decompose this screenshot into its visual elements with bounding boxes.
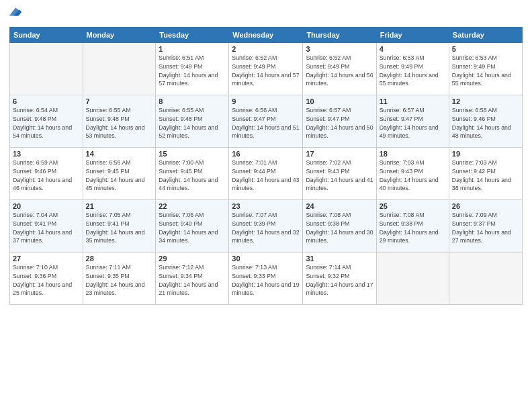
calendar-cell: 26Sunrise: 7:09 AMSunset: 9:37 PMDayligh… (449, 200, 522, 253)
day-number: 24 (306, 202, 373, 210)
calendar-cell: 6Sunrise: 6:54 AMSunset: 9:48 PMDaylight… (10, 95, 83, 148)
day-number: 11 (380, 97, 446, 105)
day-info: Sunrise: 7:06 AMSunset: 9:40 PMDaylight:… (159, 211, 226, 245)
calendar-cell: 12Sunrise: 6:58 AMSunset: 9:46 PMDayligh… (449, 95, 522, 148)
col-header-monday: Monday (83, 28, 156, 43)
calendar-week-row: 20Sunrise: 7:04 AMSunset: 9:41 PMDayligh… (10, 200, 523, 253)
calendar-cell: 19Sunrise: 7:03 AMSunset: 9:42 PMDayligh… (449, 148, 522, 200)
day-number: 10 (306, 97, 373, 105)
day-info: Sunrise: 6:56 AMSunset: 9:47 PMDaylight:… (232, 106, 300, 140)
day-number: 5 (452, 45, 519, 53)
calendar-cell (10, 43, 83, 95)
calendar-cell: 31Sunrise: 7:14 AMSunset: 9:32 PMDayligh… (303, 253, 376, 305)
day-info: Sunrise: 6:57 AMSunset: 9:47 PMDaylight:… (380, 106, 446, 140)
day-info: Sunrise: 7:00 AMSunset: 9:45 PMDaylight:… (159, 158, 226, 193)
calendar-cell: 8Sunrise: 6:55 AMSunset: 9:48 PMDaylight… (156, 95, 229, 148)
calendar-cell: 5Sunrise: 6:53 AMSunset: 9:49 PMDaylight… (449, 43, 522, 95)
calendar-cell: 3Sunrise: 6:52 AMSunset: 9:49 PMDaylight… (303, 43, 376, 95)
calendar-cell: 18Sunrise: 7:03 AMSunset: 9:43 PMDayligh… (376, 148, 449, 200)
day-info: Sunrise: 6:59 AMSunset: 9:45 PMDaylight:… (86, 158, 153, 193)
calendar-cell: 20Sunrise: 7:04 AMSunset: 9:41 PMDayligh… (10, 200, 83, 253)
day-info: Sunrise: 7:04 AMSunset: 9:41 PMDaylight:… (13, 211, 80, 245)
page-header (9, 7, 523, 21)
day-number: 28 (86, 255, 153, 263)
day-number: 18 (380, 150, 446, 158)
calendar-cell: 21Sunrise: 7:05 AMSunset: 9:41 PMDayligh… (83, 200, 156, 253)
calendar-cell: 17Sunrise: 7:02 AMSunset: 9:43 PMDayligh… (303, 148, 376, 200)
calendar-cell (83, 43, 156, 95)
calendar-cell: 22Sunrise: 7:06 AMSunset: 9:40 PMDayligh… (156, 200, 229, 253)
calendar-cell: 10Sunrise: 6:57 AMSunset: 9:47 PMDayligh… (303, 95, 376, 148)
day-info: Sunrise: 6:55 AMSunset: 9:48 PMDaylight:… (159, 106, 226, 140)
day-info: Sunrise: 6:55 AMSunset: 9:48 PMDaylight:… (86, 106, 153, 140)
day-number: 25 (380, 202, 446, 210)
day-info: Sunrise: 6:59 AMSunset: 9:46 PMDaylight:… (13, 158, 80, 193)
calendar-cell: 14Sunrise: 6:59 AMSunset: 9:45 PMDayligh… (83, 148, 156, 200)
day-info: Sunrise: 7:01 AMSunset: 9:44 PMDaylight:… (232, 158, 300, 193)
calendar-week-row: 27Sunrise: 7:10 AMSunset: 9:36 PMDayligh… (10, 253, 523, 305)
day-info: Sunrise: 6:51 AMSunset: 9:49 PMDaylight:… (159, 54, 226, 88)
day-number: 16 (232, 150, 300, 158)
calendar-header-row: SundayMondayTuesdayWednesdayThursdayFrid… (10, 28, 523, 43)
day-number: 7 (86, 97, 153, 105)
day-info: Sunrise: 6:54 AMSunset: 9:48 PMDaylight:… (13, 106, 80, 140)
day-info: Sunrise: 7:09 AMSunset: 9:37 PMDaylight:… (452, 211, 519, 245)
calendar-cell (376, 253, 449, 305)
day-number: 26 (452, 202, 519, 210)
calendar-cell: 4Sunrise: 6:53 AMSunset: 9:49 PMDaylight… (376, 43, 449, 95)
calendar-cell: 11Sunrise: 6:57 AMSunset: 9:47 PMDayligh… (376, 95, 449, 148)
day-number: 20 (13, 202, 80, 210)
calendar-week-row: 6Sunrise: 6:54 AMSunset: 9:48 PMDaylight… (10, 95, 523, 148)
day-number: 19 (452, 150, 519, 158)
calendar-cell: 29Sunrise: 7:12 AMSunset: 9:34 PMDayligh… (156, 253, 229, 305)
calendar-cell: 2Sunrise: 6:52 AMSunset: 9:49 PMDaylight… (229, 43, 303, 95)
day-info: Sunrise: 7:05 AMSunset: 9:41 PMDaylight:… (86, 211, 153, 245)
day-number: 4 (380, 45, 446, 53)
day-info: Sunrise: 6:52 AMSunset: 9:49 PMDaylight:… (232, 54, 300, 88)
calendar-cell (449, 253, 522, 305)
calendar-cell: 16Sunrise: 7:01 AMSunset: 9:44 PMDayligh… (229, 148, 303, 200)
day-info: Sunrise: 7:08 AMSunset: 9:38 PMDaylight:… (380, 211, 446, 245)
day-info: Sunrise: 7:12 AMSunset: 9:34 PMDaylight:… (159, 263, 226, 298)
day-number: 14 (86, 150, 153, 158)
day-number: 23 (232, 202, 300, 210)
calendar-cell: 7Sunrise: 6:55 AMSunset: 9:48 PMDaylight… (83, 95, 156, 148)
day-number: 31 (306, 255, 373, 263)
calendar-cell: 24Sunrise: 7:08 AMSunset: 9:38 PMDayligh… (303, 200, 376, 253)
day-info: Sunrise: 6:53 AMSunset: 9:49 PMDaylight:… (452, 54, 519, 88)
day-info: Sunrise: 7:02 AMSunset: 9:43 PMDaylight:… (306, 158, 373, 193)
day-info: Sunrise: 7:03 AMSunset: 9:42 PMDaylight:… (452, 158, 519, 193)
logo-icon (9, 7, 21, 19)
day-info: Sunrise: 6:52 AMSunset: 9:49 PMDaylight:… (306, 54, 373, 88)
day-info: Sunrise: 7:14 AMSunset: 9:32 PMDaylight:… (306, 263, 373, 298)
calendar-cell: 30Sunrise: 7:13 AMSunset: 9:33 PMDayligh… (229, 253, 303, 305)
calendar-cell: 9Sunrise: 6:56 AMSunset: 9:47 PMDaylight… (229, 95, 303, 148)
calendar-cell: 28Sunrise: 7:11 AMSunset: 9:35 PMDayligh… (83, 253, 156, 305)
day-number: 3 (306, 45, 373, 53)
calendar-cell: 1Sunrise: 6:51 AMSunset: 9:49 PMDaylight… (156, 43, 229, 95)
logo (9, 7, 23, 21)
day-info: Sunrise: 7:10 AMSunset: 9:36 PMDaylight:… (13, 263, 80, 298)
day-number: 29 (159, 255, 226, 263)
day-number: 30 (232, 255, 300, 263)
calendar-cell: 15Sunrise: 7:00 AMSunset: 9:45 PMDayligh… (156, 148, 229, 200)
day-number: 8 (159, 97, 226, 105)
day-number: 6 (13, 97, 80, 105)
day-info: Sunrise: 7:07 AMSunset: 9:39 PMDaylight:… (232, 211, 300, 245)
day-number: 15 (159, 150, 226, 158)
day-number: 13 (13, 150, 80, 158)
calendar-cell: 27Sunrise: 7:10 AMSunset: 9:36 PMDayligh… (10, 253, 83, 305)
day-info: Sunrise: 6:57 AMSunset: 9:47 PMDaylight:… (306, 106, 373, 140)
day-info: Sunrise: 7:11 AMSunset: 9:35 PMDaylight:… (86, 263, 153, 298)
col-header-saturday: Saturday (449, 28, 522, 43)
day-number: 21 (86, 202, 153, 210)
calendar-cell: 23Sunrise: 7:07 AMSunset: 9:39 PMDayligh… (229, 200, 303, 253)
col-header-sunday: Sunday (10, 28, 83, 43)
col-header-wednesday: Wednesday (229, 28, 303, 43)
day-info: Sunrise: 6:58 AMSunset: 9:46 PMDaylight:… (452, 106, 519, 140)
calendar-cell: 13Sunrise: 6:59 AMSunset: 9:46 PMDayligh… (10, 148, 83, 200)
day-info: Sunrise: 7:13 AMSunset: 9:33 PMDaylight:… (232, 263, 300, 298)
col-header-tuesday: Tuesday (156, 28, 229, 43)
day-number: 17 (306, 150, 373, 158)
day-number: 12 (452, 97, 519, 105)
